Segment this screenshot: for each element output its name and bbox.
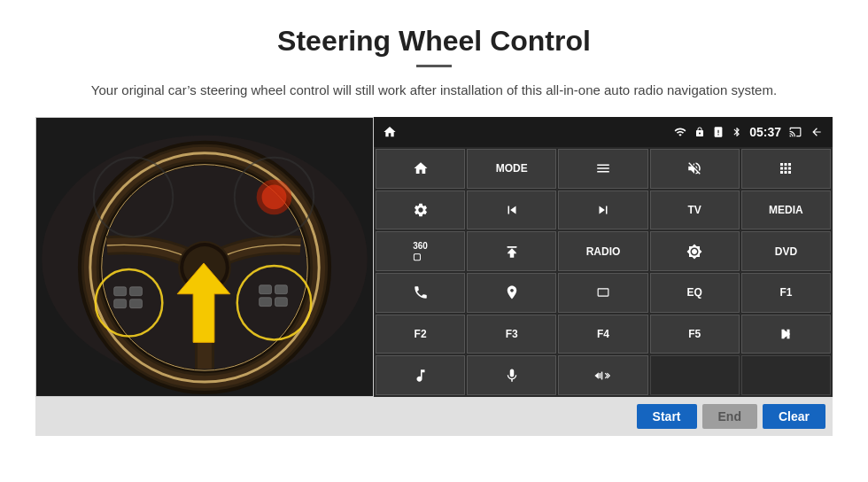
btn-vol-phone[interactable] bbox=[558, 355, 647, 395]
btn-settings[interactable] bbox=[376, 190, 465, 230]
svg-rect-13 bbox=[114, 299, 127, 308]
svg-rect-26 bbox=[600, 373, 601, 378]
status-right: 05:37 bbox=[673, 125, 824, 139]
btn-apps[interactable] bbox=[741, 149, 831, 189]
btn-brightness[interactable] bbox=[650, 231, 740, 271]
btn-radio[interactable]: RADIO bbox=[558, 231, 647, 271]
btn-home[interactable] bbox=[376, 149, 465, 189]
lock-icon bbox=[694, 126, 705, 138]
svg-rect-17 bbox=[260, 298, 272, 307]
page-subtitle: Your original car’s steering wheel contr… bbox=[35, 80, 833, 101]
radio-panel: 05:37 MODE bbox=[374, 117, 833, 397]
btn-eject[interactable] bbox=[467, 231, 556, 271]
status-bar: 05:37 bbox=[374, 117, 833, 147]
btn-empty2 bbox=[741, 355, 831, 395]
btn-f4[interactable]: F4 bbox=[558, 315, 647, 354]
btn-playpause[interactable] bbox=[741, 315, 831, 354]
title-section: Steering Wheel Control Your original car… bbox=[35, 25, 833, 101]
steering-wheel-image bbox=[35, 117, 374, 397]
button-grid: MODE bbox=[374, 147, 833, 397]
btn-menu[interactable] bbox=[558, 149, 647, 189]
btn-eq[interactable]: EQ bbox=[650, 273, 740, 313]
back-icon bbox=[810, 126, 824, 138]
cast-icon bbox=[788, 126, 802, 138]
status-time: 05:37 bbox=[749, 125, 781, 139]
svg-rect-27 bbox=[601, 371, 602, 379]
btn-tv[interactable]: TV bbox=[650, 190, 740, 230]
svg-rect-12 bbox=[114, 287, 127, 296]
wifi-icon bbox=[673, 126, 687, 138]
svg-rect-18 bbox=[275, 285, 287, 294]
action-bar: Start End Clear bbox=[35, 397, 833, 436]
clear-button[interactable]: Clear bbox=[763, 404, 825, 429]
page-title: Steering Wheel Control bbox=[35, 25, 833, 58]
btn-media[interactable]: MEDIA bbox=[741, 190, 831, 230]
svg-rect-14 bbox=[130, 287, 143, 296]
btn-music[interactable] bbox=[376, 355, 465, 395]
svg-rect-25 bbox=[598, 289, 608, 296]
svg-point-23 bbox=[262, 185, 287, 210]
home-status-icon bbox=[383, 125, 397, 139]
btn-360[interactable]: 360▢ bbox=[376, 231, 465, 271]
btn-nav[interactable] bbox=[467, 273, 556, 313]
btn-screen[interactable] bbox=[558, 273, 647, 313]
bluetooth-icon bbox=[732, 126, 742, 138]
btn-mode[interactable]: MODE bbox=[467, 149, 556, 189]
end-button[interactable]: End bbox=[702, 404, 757, 429]
start-button[interactable]: Start bbox=[637, 404, 697, 429]
btn-next[interactable] bbox=[558, 190, 647, 230]
btn-f1[interactable]: F1 bbox=[741, 273, 831, 313]
btn-mute[interactable] bbox=[650, 149, 740, 189]
page-wrapper: Steering Wheel Control Your original car… bbox=[0, 0, 868, 436]
status-left bbox=[383, 125, 397, 139]
content-area: 05:37 MODE bbox=[35, 117, 833, 397]
btn-f5[interactable]: F5 bbox=[650, 315, 740, 354]
sim-icon bbox=[712, 126, 725, 138]
svg-rect-19 bbox=[275, 298, 287, 307]
btn-f2[interactable]: F2 bbox=[376, 315, 465, 354]
svg-rect-15 bbox=[130, 299, 143, 308]
title-divider bbox=[416, 65, 452, 67]
btn-prev[interactable] bbox=[467, 190, 556, 230]
btn-phone[interactable] bbox=[376, 273, 465, 313]
btn-f3[interactable]: F3 bbox=[467, 315, 556, 354]
btn-mic[interactable] bbox=[467, 355, 556, 395]
btn-dvd[interactable]: DVD bbox=[741, 231, 831, 271]
btn-empty1 bbox=[650, 355, 740, 395]
svg-rect-16 bbox=[260, 285, 272, 294]
